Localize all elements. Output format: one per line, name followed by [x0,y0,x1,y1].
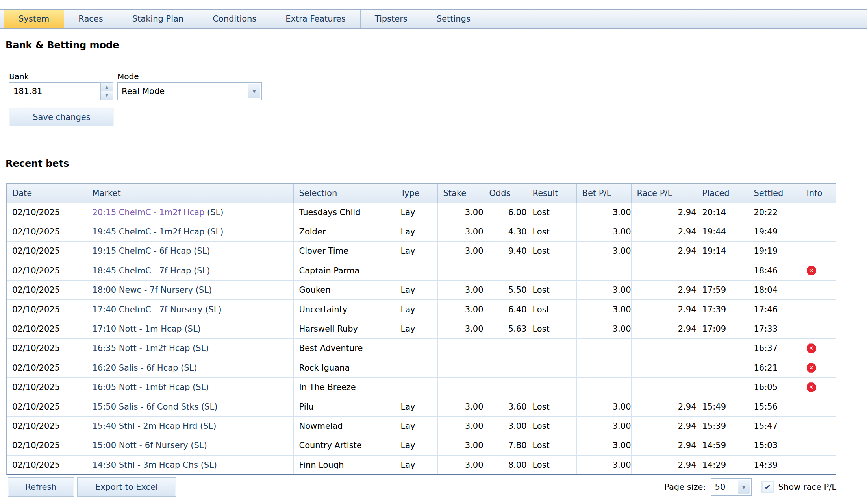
cell-bet-pl [576,261,631,280]
column-header-race-p-l: Race P/L [631,184,697,203]
mode-label: Mode [117,72,139,81]
market-suffix: (SL) [198,460,217,470]
page-size-select[interactable]: 50 ▼ [711,478,752,496]
cell-market: 15:40 Sthl - 2m Hcap Hrd (SL) [87,416,293,436]
bank-label: Bank [9,72,29,81]
cell-bet-pl: 3.00 [576,222,631,241]
cell-odds [484,378,527,397]
market-suffix: (SL) [198,402,217,412]
cell-stake: 3.00 [437,455,484,474]
market-link[interactable]: 15:50 Salis - 6f Cond Stks [93,402,199,412]
error-icon[interactable]: ✕ [807,382,816,392]
market-suffix: (SL) [182,324,201,334]
cell-selection: Rock Iguana [293,358,395,377]
show-race-pl-label: Show race P/L [778,482,836,492]
table-row: 02/10/2025 18:00 Newc - 7f Nursery (SL) … [7,281,836,300]
market-link[interactable]: 16:05 Nott - 1m6f Hcap [93,382,190,392]
spinner-up-button[interactable]: ▲ [100,82,113,91]
cell-odds: 5.63 [484,319,527,338]
cell-bet-pl: 3.00 [576,319,631,338]
tab-tipsters[interactable]: Tipsters [360,10,422,28]
cell-odds: 8.00 [484,455,527,474]
cell-bet-pl: 3.00 [576,416,631,436]
cell-info [801,281,836,300]
cell-market: 14:30 Sthl - 3m Hcap Chs (SL) [87,455,293,474]
market-link[interactable]: 20:15 ChelmC - 1m2f Hcap [93,208,205,217]
cell-settled: 14:39 [748,455,801,474]
cell-date: 02/10/2025 [7,416,87,436]
market-link[interactable]: 19:15 ChelmC - 6f Hcap [93,246,191,256]
cell-race-pl [631,378,697,397]
market-suffix: (SL) [190,343,209,353]
cell-race-pl [631,261,697,280]
cell-market: 15:50 Salis - 6f Cond Stks (SL) [87,397,293,416]
cell-market: 16:20 Salis - 6f Hcap (SL) [87,358,293,377]
cell-result: Lost [527,281,576,300]
tab-conditions[interactable]: Conditions [198,10,271,28]
cell-stake [437,378,484,397]
cell-placed: 17:09 [697,319,748,338]
market-link[interactable]: 15:40 Sthl - 2m Hcap Hrd [93,421,198,431]
tab-races[interactable]: Races [64,10,117,28]
bank-section-divider [6,56,840,56]
cell-result: Lost [527,319,576,338]
refresh-button[interactable]: Refresh [8,477,74,497]
spinner-down-button[interactable]: ▼ [100,91,113,100]
cell-race-pl: 2.94 [631,222,697,241]
tab-system[interactable]: System [4,10,64,28]
market-link[interactable]: 18:00 Newc - 7f Nursery [93,285,193,295]
save-changes-button[interactable]: Save changes [9,108,114,126]
cell-selection: Tuesdays Child [293,203,395,222]
mode-dropdown-button[interactable]: ▼ [248,84,260,98]
bank-widget: ▲ ▼ [9,82,113,100]
cell-placed: 15:49 [697,397,748,416]
tab-extra-features[interactable]: Extra Features [271,10,360,28]
bank-input[interactable] [9,82,100,100]
column-header-odds: Odds [484,184,527,203]
market-link[interactable]: 17:40 ChelmC - 7f Nursery [93,305,203,314]
market-link[interactable]: 17:10 Nott - 1m Hcap [93,324,182,334]
column-header-date: Date [7,184,87,203]
error-icon[interactable]: ✕ [807,343,816,353]
recent-bets-divider [6,174,840,174]
recent-bets-title: Recent bets [6,158,69,169]
column-header-settled: Settled [748,184,801,203]
cell-odds [484,358,527,377]
market-link[interactable]: 16:20 Salis - 6f Hcap [93,363,178,373]
cell-result [527,378,576,397]
error-icon[interactable]: ✕ [807,363,816,373]
cell-stake: 3.00 [437,397,484,416]
cell-stake [437,261,484,280]
cell-type: Lay [395,436,437,455]
cell-race-pl: 2.94 [631,300,697,319]
market-link[interactable]: 15:00 Nott - 6f Nursery [93,441,188,450]
market-link[interactable]: 14:30 Sthl - 3m Hcap Chs [93,460,198,470]
cell-bet-pl: 3.00 [576,203,631,222]
cell-bet-pl: 3.00 [576,397,631,416]
tab-settings[interactable]: Settings [422,10,485,28]
cell-selection: Gouken [293,281,395,300]
cell-result: Lost [527,436,576,455]
cell-stake [437,339,484,358]
cell-info [801,242,836,261]
mode-select[interactable]: Real Mode ▼ [117,82,262,100]
cell-bet-pl [576,378,631,397]
table-row: 02/10/2025 19:15 ChelmC - 6f Hcap (SL) C… [7,242,836,261]
market-link[interactable]: 18:45 ChelmC - 7f Hcap [93,266,191,275]
cell-settled: 17:46 [748,300,801,319]
error-icon[interactable]: ✕ [807,266,816,275]
cell-market: 16:35 Nott - 1m2f Hcap (SL) [87,339,293,358]
cell-info [801,455,836,474]
cell-type: Lay [395,319,437,338]
market-link[interactable]: 16:35 Nott - 1m2f Hcap [93,343,190,353]
cell-type: Lay [395,455,437,474]
market-link[interactable]: 19:45 ChelmC - 1m2f Hcap [93,227,205,236]
cell-market: 18:00 Newc - 7f Nursery (SL) [87,281,293,300]
page-size-dropdown-button[interactable]: ▼ [738,480,750,494]
tab-staking-plan[interactable]: Staking Plan [118,10,198,28]
show-race-pl-checkbox[interactable]: ✔ [763,482,773,492]
cell-placed: 19:14 [697,242,748,261]
export-to-excel-button[interactable]: Export to Excel [77,477,176,497]
cell-market: 15:00 Nott - 6f Nursery (SL) [87,436,293,455]
cell-selection: In The Breeze [293,378,395,397]
